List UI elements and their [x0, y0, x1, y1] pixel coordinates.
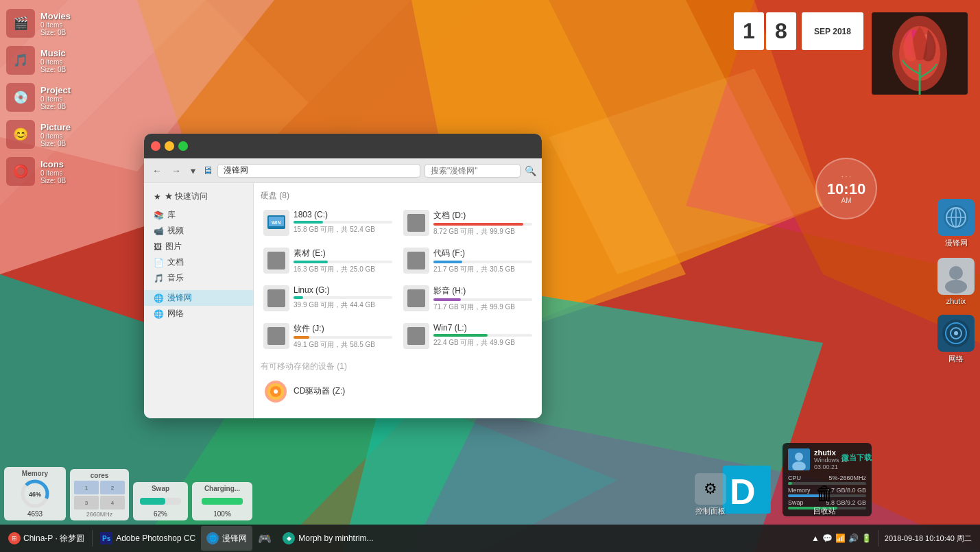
drive-l-bar — [433, 334, 532, 337]
fm-forward-button[interactable]: → — [169, 164, 184, 178]
drive-d-icon — [403, 210, 429, 236]
core-2: 2 — [100, 481, 125, 494]
fm-close-button[interactable] — [151, 141, 160, 151]
cores-freq: 2660MHz — [74, 511, 125, 518]
drive-e-bar-fill — [294, 261, 328, 263]
fm-videos[interactable]: 📹 视频 — [144, 223, 253, 239]
drive-g-bar-fill — [294, 296, 303, 299]
fm-back-button[interactable]: ← — [150, 164, 165, 178]
pictures-icon: 🖼 — [154, 242, 162, 252]
drive-f[interactable]: 代码 (F:) 21.7 GB 可用，共 30.5 GB — [401, 245, 535, 277]
control-panel-label: 控制面板 — [695, 506, 726, 516]
fm-sidebar: ★ ★ 快速访问 📚 库 📹 视频 🖼 图片 📄 — [144, 183, 254, 418]
fm-cd-drive[interactable]: CD驱动器 (Z:) — [261, 376, 535, 407]
fm-pictures-label: 图片 — [165, 241, 182, 252]
photoshop-icon: Ps — [100, 532, 112, 544]
drive-e[interactable]: 素材 (E:) 16.3 GB 可用，共 25.0 GB — [261, 245, 395, 277]
drive-l-name: Win7 (L:) — [433, 323, 532, 333]
sidebar-item-picture[interactable]: 😊 Picture 0 items Size: 0B — [4, 118, 73, 151]
tray-expand-icon[interactable]: ▲ — [811, 533, 820, 543]
sidebar-item-project[interactable]: 💿 Project 0 items Size: 0B — [4, 81, 73, 114]
fm-library[interactable]: 📚 库 — [144, 207, 253, 223]
fm-pictures[interactable]: 🖼 图片 — [144, 239, 253, 254]
date-day1: 1 — [734, 12, 764, 50]
fm-search-icon[interactable]: 🔍 — [525, 165, 536, 176]
drive-c-name: 1803 (C:) — [294, 210, 392, 219]
core-4: 4 — [100, 496, 125, 509]
picture-detail2: Size: 0B — [40, 140, 71, 147]
tray-network-icon[interactable]: 📶 — [835, 533, 846, 543]
drive-h-bar — [433, 298, 532, 301]
zhutix-label: zhutix — [946, 297, 966, 305]
drive-l[interactable]: Win7 (L:) 22.4 GB 可用，共 49.9 GB — [401, 320, 535, 352]
sidebar-item-icons[interactable]: ⭕ Icons 0 items Size: 0B — [4, 155, 73, 188]
drive-h[interactable]: 影音 (H:) 71.7 GB 可用，共 99.9 GB — [401, 283, 535, 315]
svg-rect-38 — [407, 289, 425, 307]
svg-text:46%: 46% — [29, 491, 41, 498]
swap-widget: Swap 62% — [133, 482, 188, 520]
drive-c[interactable]: WIN 1803 (C:) 15.8 GB 可用，共 52.4 GB — [261, 207, 395, 239]
fm-content: 硬盘 (8) WIN 1803 (C:) 15.8 GB 可用，共 52.4 G… — [254, 183, 542, 418]
fm-minimize-button[interactable] — [165, 141, 174, 151]
fm-manfeng[interactable]: 🌐 漫锋网 — [144, 290, 253, 306]
taskbar-game[interactable]: 🎮 — [252, 526, 277, 551]
fm-music[interactable]: 🎵 音乐 — [144, 270, 253, 286]
cd-drive-name: CD驱动器 (Z:) — [294, 385, 345, 397]
control-panel-icon: ⚙ — [695, 473, 726, 505]
star-icon: ★ — [154, 192, 161, 202]
drive-l-bar-fill — [433, 334, 488, 337]
drive-d-bar-fill — [433, 223, 523, 226]
memory-widget-value: 4693 — [8, 510, 62, 518]
photo-widget — [872, 12, 968, 95]
svg-rect-37 — [267, 289, 285, 307]
fm-maximize-button[interactable] — [178, 141, 188, 151]
recycle-bin[interactable]: 🗑 回收站 — [813, 482, 836, 516]
tray-message-icon[interactable]: 💬 — [822, 533, 833, 543]
drive-d[interactable]: 文档 (D:) 8.72 GB 可用，共 99.9 GB — [401, 207, 535, 239]
tray-volume-icon[interactable]: 🔊 — [848, 533, 859, 543]
movies-detail1: 0 items — [40, 21, 71, 29]
taskbar-photoshop[interactable]: Ps Adobe Photoshop CC — [95, 526, 201, 551]
sidebar-item-movies[interactable]: 🎬 Movies 0 items Size: 0B — [4, 7, 73, 40]
network-icon — [937, 315, 975, 352]
sidebar-item-network[interactable]: 网络 — [937, 315, 975, 364]
project-icon: 💿 — [6, 83, 35, 112]
icons-detail2: Size: 0B — [40, 177, 66, 184]
fm-network[interactable]: 🌐 网络 — [144, 306, 253, 322]
documents-icon: 📄 — [154, 258, 164, 267]
drive-g-bar — [294, 296, 392, 299]
sidebar-item-music[interactable]: 🎵 Music 0 items Size: 0B — [4, 44, 73, 77]
fm-toolbar: ← → ▾ 🖥 🔍 — [144, 158, 542, 183]
sidebar-icons: 🎬 Movies 0 items Size: 0B 🎵 Music 0 item… — [4, 7, 73, 188]
drive-e-bar — [294, 261, 392, 263]
control-panel[interactable]: ⚙ 控制面板 — [695, 473, 726, 516]
fm-quick-access-label: ★ 快速访问 — [165, 191, 208, 202]
fm-quick-access[interactable]: ★ ★ 快速访问 — [144, 189, 253, 204]
drive-f-bar-fill — [433, 261, 462, 263]
manfengwang-label: 漫锋网 — [945, 238, 968, 248]
fm-search-input[interactable] — [425, 164, 521, 178]
drive-g[interactable]: Linux (G:) 39.9 GB 可用，共 44.4 GB — [261, 283, 395, 315]
taskbar-morph[interactable]: ◆ Morph by minhtrim... — [277, 526, 379, 551]
taskbar: ⊞ China-P · 徐梦圆 Ps Adobe Photoshop CC 🌐 … — [0, 525, 980, 552]
start-label: China-P · 徐梦圆 — [23, 533, 84, 544]
recycle-bin-label: 回收站 — [813, 506, 836, 516]
drive-j-bar-fill — [294, 336, 309, 339]
svg-marker-13 — [549, 69, 823, 274]
sidebar-item-manfengwang[interactable]: 漫锋网 — [937, 199, 975, 248]
taskbar-manfeng[interactable]: 🌐 漫锋网 — [201, 526, 252, 551]
drive-f-name: 代码 (F:) — [433, 248, 532, 259]
taskbar-start-button[interactable]: ⊞ China-P · 徐梦圆 — [3, 526, 90, 551]
taskbar-clock: 2018-09-18 10:10:40 周二 — [885, 533, 972, 543]
sidebar-item-zhutix[interactable]: zhutix — [937, 258, 975, 305]
svg-rect-40 — [407, 327, 425, 345]
memory-widget: Memory 46% 4693 — [4, 467, 66, 520]
drive-j[interactable]: 软件 (J:) 49.1 GB 可用，共 58.5 GB — [261, 320, 395, 352]
fm-music-label: 音乐 — [167, 272, 184, 284]
clock-widget: · · · 10:10 AM — [815, 158, 877, 219]
fm-documents[interactable]: 📄 文档 — [144, 254, 253, 270]
tray-battery-icon[interactable]: 🔋 — [861, 533, 872, 543]
fm-path-input[interactable] — [217, 164, 420, 178]
svg-rect-36 — [407, 252, 425, 269]
fm-dropdown-button[interactable]: ▾ — [188, 164, 198, 178]
